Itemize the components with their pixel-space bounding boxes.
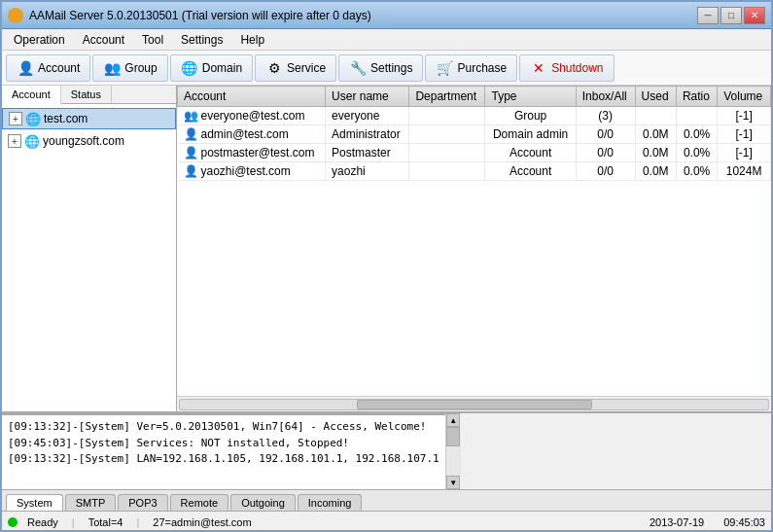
col-volume[interactable]: Volume bbox=[718, 87, 771, 107]
title-text: AAMail Server 5.0.20130501 (Trial versio… bbox=[8, 8, 371, 23]
globe-icon-testcom: 🌐 bbox=[25, 111, 41, 126]
toolbar-group-label: Group bbox=[124, 61, 157, 75]
bottom-tab-smtp[interactable]: SMTP bbox=[65, 494, 117, 511]
toolbar-account-label: Account bbox=[38, 61, 80, 75]
group-icon: 👥 bbox=[103, 59, 121, 77]
tree-item-youngzsoft[interactable]: + 🌐 youngzsoft.com bbox=[2, 131, 176, 151]
split-area: Account Status + 🌐 test.com + 🌐 youngzso… bbox=[2, 86, 771, 411]
menu-bar: Operation Account Tool Settings Help bbox=[2, 29, 771, 51]
table-row[interactable]: 👥everyone@test.comeveryoneGroup(3)[-1] bbox=[178, 107, 771, 125]
cell-account: 👤admin@test.com bbox=[178, 125, 326, 144]
globe-icon-youngzsoft: 🌐 bbox=[24, 133, 40, 149]
bottom-tab-system[interactable]: System bbox=[6, 494, 63, 511]
cell-volume: 1024M bbox=[718, 162, 771, 181]
toolbar-domain[interactable]: 🌐 Domain bbox=[170, 54, 253, 82]
cell-ratio: 0.0% bbox=[676, 125, 717, 144]
toolbar-domain-label: Domain bbox=[202, 61, 242, 75]
cell-username: Postmaster bbox=[326, 144, 409, 162]
hscroll-thumb[interactable] bbox=[357, 400, 592, 409]
toolbar-group[interactable]: 👥 Group bbox=[92, 54, 167, 82]
table-row[interactable]: 👤admin@test.comAdministratorDomain admin… bbox=[178, 125, 771, 144]
bottom-tab-incoming[interactable]: Incoming bbox=[298, 494, 363, 511]
domain-icon: 🌐 bbox=[181, 59, 198, 77]
table-row[interactable]: 👤postmaster@test.comPostmasterAccount0/0… bbox=[178, 144, 771, 162]
tree-label-testcom: test.com bbox=[44, 112, 88, 125]
shutdown-icon: ✕ bbox=[530, 59, 547, 77]
status-time: 09:45:03 bbox=[723, 516, 765, 528]
cell-volume: [-1] bbox=[718, 107, 771, 125]
cell-account: 👥everyone@test.com bbox=[178, 107, 326, 125]
toolbar-purchase-label: Purchase bbox=[457, 61, 507, 75]
hscroll-area[interactable] bbox=[177, 396, 771, 411]
scroll-down[interactable]: ▼ bbox=[446, 476, 460, 489]
minimize-button[interactable]: ─ bbox=[697, 7, 719, 24]
cell-account: 👤postmaster@test.com bbox=[178, 144, 326, 162]
menu-help[interactable]: Help bbox=[232, 31, 272, 49]
scroll-track bbox=[446, 427, 461, 476]
tree-expander-testcom[interactable]: + bbox=[9, 112, 22, 125]
status-user: 27=admin@test.com bbox=[153, 516, 251, 528]
col-inbox[interactable]: Inbox/All bbox=[576, 87, 635, 107]
log-area: [09:13:32]-[System] Ver=5.0.20130501, Wi… bbox=[2, 413, 445, 491]
menu-operation[interactable]: Operation bbox=[6, 31, 73, 49]
cell-volume: [-1] bbox=[718, 144, 771, 162]
scroll-up[interactable]: ▲ bbox=[446, 413, 460, 427]
table-body: 👥everyone@test.comeveryoneGroup(3)[-1]👤a… bbox=[178, 107, 771, 181]
account-table: Account User name Department Type Inbox/… bbox=[177, 86, 771, 181]
col-username[interactable]: User name bbox=[326, 87, 409, 107]
log-scrollbar[interactable]: ▲ ▼ bbox=[445, 413, 461, 489]
right-panel: Account User name Department Type Inbox/… bbox=[177, 86, 771, 411]
menu-tool[interactable]: Tool bbox=[134, 31, 171, 49]
cell-account: 👤yaozhi@test.com bbox=[178, 162, 326, 181]
tree-item-testcom[interactable]: + 🌐 test.com bbox=[2, 108, 176, 129]
toolbar-settings[interactable]: 🔧 Settings bbox=[338, 54, 423, 82]
menu-settings[interactable]: Settings bbox=[173, 31, 230, 49]
purchase-icon: 🛒 bbox=[436, 59, 453, 77]
cell-inbox: (3) bbox=[576, 107, 635, 125]
tab-account[interactable]: Account bbox=[2, 86, 61, 104]
col-department[interactable]: Department bbox=[409, 87, 485, 107]
status-right: 2013-07-19 09:45:03 bbox=[650, 516, 765, 528]
col-ratio[interactable]: Ratio bbox=[676, 87, 717, 107]
table-scroll[interactable]: Account User name Department Type Inbox/… bbox=[177, 86, 771, 396]
cell-ratio bbox=[676, 107, 717, 125]
title-bar: AAMail Server 5.0.20130501 (Trial versio… bbox=[2, 2, 771, 29]
maximize-button[interactable]: □ bbox=[720, 7, 742, 24]
log-container: [09:13:32]-[System] Ver=5.0.20130501, Wi… bbox=[2, 411, 771, 489]
toolbar-purchase[interactable]: 🛒 Purchase bbox=[425, 54, 517, 82]
cell-department bbox=[409, 107, 485, 125]
menu-account[interactable]: Account bbox=[75, 31, 132, 49]
status-total: Total=4 bbox=[88, 516, 123, 528]
tree-expander-youngzsoft[interactable]: + bbox=[8, 134, 21, 148]
col-account[interactable]: Account bbox=[178, 87, 326, 107]
hscroll-bar[interactable] bbox=[179, 399, 769, 410]
tree-area: + 🌐 test.com + 🌐 youngzsoft.com bbox=[2, 104, 176, 411]
cell-username: Administrator bbox=[326, 125, 409, 144]
tree-label-youngzsoft: youngzsoft.com bbox=[43, 134, 124, 148]
toolbar-shutdown[interactable]: ✕ Shutdown bbox=[519, 54, 614, 82]
close-button[interactable]: ✕ bbox=[744, 7, 765, 24]
service-icon: ⚙ bbox=[265, 59, 283, 77]
bottom-tab-remote[interactable]: Remote bbox=[170, 494, 229, 511]
status-bar: Ready | Total=4 | 27=admin@test.com 2013… bbox=[2, 511, 771, 532]
title-label: AAMail Server 5.0.20130501 (Trial versio… bbox=[29, 9, 371, 22]
scroll-thumb[interactable] bbox=[446, 427, 460, 446]
toolbar-service[interactable]: ⚙ Service bbox=[255, 54, 336, 82]
settings-icon: 🔧 bbox=[349, 59, 367, 77]
toolbar-shutdown-label: Shutdown bbox=[551, 61, 603, 75]
log-line: [09:13:32]-[System] Ver=5.0.20130501, Wi… bbox=[8, 419, 439, 436]
cell-inbox: 0/0 bbox=[576, 162, 635, 181]
col-used[interactable]: Used bbox=[635, 87, 676, 107]
cell-inbox: 0/0 bbox=[576, 144, 635, 162]
toolbar-account[interactable]: 👤 Account bbox=[6, 54, 90, 82]
bottom-tab-outgoing[interactable]: Outgoing bbox=[230, 494, 296, 511]
table-row[interactable]: 👤yaozhi@test.comyaozhiAccount0/00.0M0.0%… bbox=[178, 162, 771, 181]
app-icon bbox=[8, 8, 23, 23]
cell-used: 0.0M bbox=[635, 144, 676, 162]
tab-status[interactable]: Status bbox=[61, 86, 112, 103]
bottom-tab-pop3[interactable]: POP3 bbox=[118, 494, 167, 511]
log-line: [09:13:32]-[System] LAN=192.168.1.105, 1… bbox=[8, 451, 439, 468]
cell-volume: [-1] bbox=[718, 125, 771, 144]
toolbar-service-label: Service bbox=[287, 61, 326, 75]
col-type[interactable]: Type bbox=[485, 87, 576, 107]
